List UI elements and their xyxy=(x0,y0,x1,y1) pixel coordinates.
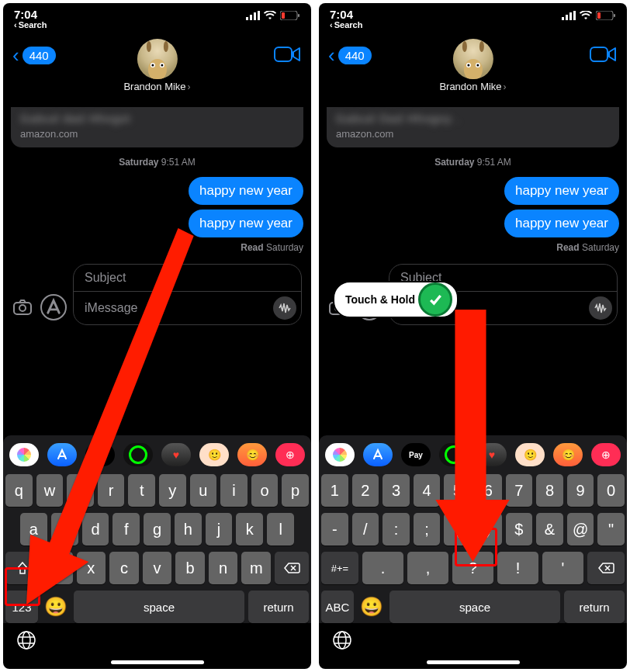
key-6[interactable]: 6 xyxy=(475,474,502,507)
key-amp[interactable]: & xyxy=(536,513,563,546)
app-imessage-store[interactable] xyxy=(363,443,393,466)
key-shift[interactable] xyxy=(5,552,40,584)
app-hashtag[interactable]: ⊕ xyxy=(591,443,621,466)
app-fitness[interactable] xyxy=(123,443,153,466)
key-p[interactable]: p xyxy=(282,474,309,507)
key-i[interactable]: i xyxy=(220,474,248,507)
app-apple-pay[interactable]: Pay xyxy=(401,443,431,466)
app-memoji[interactable]: 🙂 xyxy=(515,443,545,466)
key-slash[interactable]: / xyxy=(352,513,379,546)
key-abc[interactable]: ABC xyxy=(321,591,354,623)
key-apostrophe[interactable]: ' xyxy=(542,552,583,584)
app-strip[interactable]: Pay ♥ 🙂 😊 ⊕ xyxy=(3,435,311,471)
key-at[interactable]: @ xyxy=(567,513,594,546)
key-dash[interactable]: - xyxy=(321,513,348,546)
key-exclaim[interactable]: ! xyxy=(497,552,538,584)
key-w[interactable]: w xyxy=(36,474,64,507)
app-animoji[interactable]: 😊 xyxy=(553,443,583,466)
key-j[interactable]: j xyxy=(206,513,233,546)
key-u[interactable]: u xyxy=(190,474,217,507)
key-9[interactable]: 9 xyxy=(567,474,594,507)
key-c[interactable]: c xyxy=(109,552,139,584)
subject-input[interactable]: Subject xyxy=(74,265,301,292)
key-h[interactable]: h xyxy=(175,513,202,546)
facetime-button[interactable] xyxy=(590,45,618,67)
key-dollar[interactable]: $ xyxy=(506,513,533,546)
key-return[interactable]: return xyxy=(248,591,309,623)
contact-name[interactable]: Brandon Mike › xyxy=(123,81,190,92)
key-g[interactable]: g xyxy=(144,513,171,546)
key-s[interactable]: s xyxy=(51,513,78,546)
app-health[interactable]: ♥ xyxy=(161,443,191,466)
key-8[interactable]: 8 xyxy=(536,474,563,507)
back-search-link[interactable]: ‹ Search xyxy=(330,20,362,29)
key-o[interactable]: o xyxy=(251,474,279,507)
home-indicator[interactable] xyxy=(111,660,204,664)
facetime-button[interactable] xyxy=(274,45,302,67)
key-2[interactable]: 2 xyxy=(352,474,379,507)
app-memoji[interactable]: 🙂 xyxy=(199,443,229,466)
key-4[interactable]: 4 xyxy=(414,474,441,507)
app-animoji[interactable]: 😊 xyxy=(237,443,267,466)
key-m[interactable]: m xyxy=(241,552,271,584)
globe-icon[interactable] xyxy=(331,629,353,654)
back-button[interactable]: ‹ 440 xyxy=(328,45,372,65)
key-z[interactable]: z xyxy=(43,552,73,584)
key-rparen[interactable]: ) xyxy=(475,513,502,546)
key-f[interactable]: f xyxy=(112,513,140,546)
contact-avatar[interactable] xyxy=(137,39,178,79)
key-r[interactable]: r xyxy=(98,474,125,507)
link-preview-card[interactable]: Gabud dad Hhogot amazon.com xyxy=(11,107,303,147)
key-7[interactable]: 7 xyxy=(506,474,533,507)
app-photos[interactable] xyxy=(9,443,39,466)
app-hashtag[interactable]: ⊕ xyxy=(275,443,305,466)
key-space[interactable]: space xyxy=(74,591,244,623)
key-comma[interactable]: , xyxy=(407,552,448,584)
key-e[interactable]: e xyxy=(67,474,94,507)
back-button[interactable]: ‹ 440 xyxy=(12,45,56,65)
key-5[interactable]: 5 xyxy=(444,474,471,507)
key-emoji[interactable]: 😀 xyxy=(42,591,70,623)
app-photos[interactable] xyxy=(325,443,355,466)
key-y[interactable]: y xyxy=(159,474,186,507)
camera-icon[interactable] xyxy=(12,297,33,317)
link-preview-card[interactable]: Gabud Oad Hhogoy . amazon.com xyxy=(327,107,619,147)
key-0[interactable]: 0 xyxy=(597,474,625,507)
key-n[interactable]: n xyxy=(209,552,238,584)
globe-icon[interactable] xyxy=(16,629,37,654)
key-123[interactable]: 123 xyxy=(5,591,38,623)
app-strip[interactable]: Pay ♥ 🙂 😊 ⊕ xyxy=(319,435,627,471)
key-v[interactable]: v xyxy=(143,552,172,584)
key-b[interactable]: b xyxy=(175,552,205,584)
app-fitness[interactable] xyxy=(439,443,469,466)
sent-message[interactable]: happy new year xyxy=(504,210,619,237)
key-colon[interactable]: : xyxy=(382,513,410,546)
key-quote[interactable]: " xyxy=(597,513,625,546)
key-k[interactable]: k xyxy=(236,513,263,546)
home-indicator[interactable] xyxy=(427,660,520,664)
key-lparen[interactable]: ( xyxy=(444,513,471,546)
key-1[interactable]: 1 xyxy=(321,474,348,507)
dictation-button[interactable] xyxy=(589,296,612,320)
key-t[interactable]: t xyxy=(128,474,155,507)
sent-message[interactable]: happy new year xyxy=(189,177,303,205)
key-semicolon[interactable]: ; xyxy=(414,513,441,546)
key-x[interactable]: x xyxy=(77,552,106,584)
key-question[interactable]: ? xyxy=(452,552,493,584)
key-return[interactable]: return xyxy=(564,591,625,623)
message-input[interactable]: iMessage xyxy=(85,301,273,315)
contact-avatar[interactable] xyxy=(453,39,493,79)
app-imessage-store[interactable] xyxy=(47,443,77,466)
contact-name[interactable]: Brandon Mike › xyxy=(439,81,506,92)
app-store-icon[interactable] xyxy=(40,294,67,320)
key-backspace[interactable] xyxy=(275,552,309,584)
key-space[interactable]: space xyxy=(389,591,560,623)
sent-message[interactable]: happy new year xyxy=(189,210,303,237)
key-symbols[interactable]: #+= xyxy=(321,552,358,584)
back-search-link[interactable]: ‹ Search xyxy=(14,20,47,29)
dictation-button[interactable] xyxy=(273,296,296,320)
key-a[interactable]: a xyxy=(20,513,47,546)
key-q[interactable]: q xyxy=(5,474,33,507)
sent-message[interactable]: happy new year xyxy=(504,177,619,205)
app-health[interactable]: ♥ xyxy=(477,443,507,466)
